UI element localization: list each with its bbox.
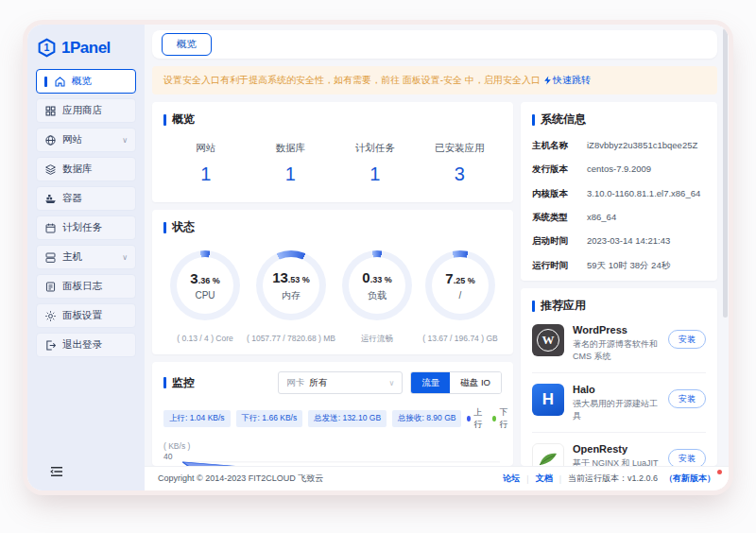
right-column: 系统信息 主机名称 iZ8vbbyz2u3851c1bqee25Z 发行版本 c…	[521, 102, 717, 466]
version-text: 当前运行版本：v1.2.0.6	[568, 473, 658, 485]
sidebar-item-panel-logs[interactable]: 面板日志	[36, 274, 136, 299]
appstore-icon	[44, 105, 57, 117]
dashboard-columns: 概览 网站 1 数据库 1 计划任务	[152, 102, 717, 466]
sidebar-item-label: 应用商店	[62, 104, 102, 117]
gauge-ring: 13.53 % 内存	[256, 250, 326, 320]
new-version-link[interactable]: （有新版本）	[664, 473, 715, 485]
lightning-icon	[543, 76, 552, 85]
chevron-down-icon: ∨	[122, 136, 128, 145]
sidebar-item-label: 计划任务	[62, 221, 102, 234]
legend-dot-up	[467, 416, 471, 421]
traffic-badges: 上行: 1.04 KB/s 下行: 1.66 KB/s 总发送: 132.10 …	[163, 406, 502, 431]
overview-stats: 网站 1 数据库 1 计划任务 1	[163, 142, 502, 193]
chevron-down-icon: ∨	[122, 253, 128, 262]
badge-downstream: 下行: 1.66 KB/s	[236, 410, 303, 427]
wordpress-app-icon: W	[532, 324, 564, 356]
sidebar-item-label: 退出登录	[62, 338, 102, 352]
traffic-chart: 40	[163, 456, 502, 466]
stat-cronjobs[interactable]: 计划任务 1	[333, 142, 418, 185]
toggle-disk-io[interactable]: 磁盘 IO	[450, 372, 501, 393]
brand-logo: 1 1Panel	[27, 32, 145, 69]
sidebar-item-label: 主机	[62, 250, 82, 264]
title-bar-accent	[163, 114, 166, 126]
install-wordpress-button[interactable]: 安装	[668, 330, 706, 349]
sidebar-item-cronjob[interactable]: 计划任务	[36, 215, 136, 240]
sidebar-item-database[interactable]: 数据库	[36, 157, 136, 181]
collapse-menu-icon	[50, 466, 63, 477]
sidebar-item-logout[interactable]: 退出登录	[36, 333, 136, 357]
toggle-traffic[interactable]: 流量	[411, 372, 450, 393]
app-row-openresty: OpenResty 基于 NGINX 和 LuaJIT 的 Web 平台 安装	[532, 433, 706, 466]
traffic-area-chart	[182, 456, 500, 466]
info-row-distro: 发行版本 centos-7.9.2009	[532, 163, 706, 175]
sidebar-item-overview[interactable]: 概览	[36, 69, 136, 94]
sidebar-item-host[interactable]: 主机 ∨	[36, 245, 136, 269]
forum-link[interactable]: 论坛	[503, 473, 520, 485]
security-warning-banner: 设置安全入口有利于提高系统的安全性，如有需要，前往 面板设置-安全 中，启用安全…	[152, 66, 717, 95]
title-bar-accent	[532, 114, 535, 126]
tab-overview[interactable]: 概览	[162, 33, 212, 56]
sidebar: 1 1Panel 概览 应用商店 网站 ∨ 数据库	[27, 25, 145, 490]
badge-total-sent: 总发送: 132.10 GB	[308, 410, 387, 427]
app-info: Halo 强大易用的开源建站工具	[573, 384, 660, 421]
y-axis-tick: 40	[163, 452, 172, 461]
main-content: 概览 设置安全入口有利于提高系统的安全性，如有需要，前往 面板设置-安全 中，启…	[145, 25, 729, 466]
app-window: 1 1Panel 概览 应用商店 网站 ∨ 数据库	[27, 25, 729, 490]
sidebar-item-website[interactable]: 网站 ∨	[36, 128, 136, 152]
legend-upstream[interactable]: 上行	[467, 406, 484, 431]
openresty-leaf-icon	[537, 448, 559, 466]
badge-upstream: 上行: 1.04 KB/s	[163, 410, 231, 427]
hexagon-logo-icon: 1	[37, 38, 57, 58]
gauge-disk-root: 7.25 % / ( 13.67 / 196.74 ) GB	[419, 250, 502, 345]
sidebar-menu: 概览 应用商店 网站 ∨ 数据库 容器 计划任务	[27, 69, 145, 483]
gauge-ring: 3.36 % CPU	[170, 250, 240, 320]
docs-link[interactable]: 文档	[536, 473, 553, 485]
stat-installed-apps[interactable]: 已安装应用 3	[418, 142, 503, 185]
brand-name: 1Panel	[61, 39, 111, 58]
stat-websites[interactable]: 网站 1	[163, 142, 249, 185]
app-row-halo: H Halo 强大易用的开源建站工具 安装	[532, 373, 706, 433]
info-row-arch: 系统类型 x86_64	[532, 212, 706, 223]
info-row-uptime: 运行时间 59天 10时 38分 24秒	[532, 260, 706, 271]
info-row-boot-time: 启动时间 2023-03-14 14:21:43	[532, 235, 706, 247]
globe-icon	[44, 134, 57, 146]
sidebar-item-label: 网站	[62, 133, 82, 146]
system-info-card: 系统信息 主机名称 iZ8vbbyz2u3851c1bqee25Z 发行版本 c…	[521, 102, 717, 281]
install-halo-button[interactable]: 安装	[668, 389, 706, 408]
gauge-memory: 13.53 % 内存 ( 1057.77 / 7820.68 ) MB	[247, 250, 335, 345]
chevron-down-icon: ∨	[388, 379, 394, 387]
stat-databases[interactable]: 数据库 1	[249, 142, 334, 185]
sidebar-item-label: 概览	[72, 75, 92, 88]
sidebar-item-panel-settings[interactable]: 面板设置	[36, 303, 136, 328]
system-info-title: 系统信息	[532, 112, 706, 128]
sidebar-item-container[interactable]: 容器	[36, 186, 136, 211]
left-column: 概览 网站 1 数据库 1 计划任务	[152, 102, 513, 466]
schedule-icon	[44, 222, 57, 234]
log-icon	[44, 281, 57, 293]
info-row-kernel: 内核版本 3.10.0-1160.81.1.el7.x86_64	[532, 188, 706, 199]
gauge-cpu: 3.36 % CPU ( 0.13 / 4 ) Core	[163, 250, 247, 345]
recommended-apps-title: 推荐应用	[532, 298, 706, 314]
overview-card: 概览 网站 1 数据库 1 计划任务	[152, 102, 513, 202]
svg-text:1: 1	[44, 42, 50, 53]
title-bar-accent	[163, 377, 166, 388]
install-openresty-button[interactable]: 安装	[668, 449, 706, 466]
chart-legend: 上行 下行	[467, 406, 509, 431]
monitor-mode-toggle: 流量 磁盘 IO	[410, 371, 502, 394]
vertical-scrollbar[interactable]	[723, 28, 728, 318]
recommended-apps-card: 推荐应用 W WordPress 著名的开源博客软件和 CMS 系统 安装 H	[521, 288, 717, 466]
quick-jump-link[interactable]: 快速跳转	[543, 74, 591, 87]
monitor-card-title: 监控	[163, 375, 195, 391]
title-bar-accent	[532, 301, 535, 312]
network-interface-select[interactable]: 网卡 所有 ∨	[278, 371, 403, 394]
sidebar-item-label: 面板日志	[62, 280, 102, 293]
title-bar-accent	[163, 222, 166, 233]
home-icon	[54, 76, 66, 88]
database-icon	[44, 163, 57, 176]
collapse-sidebar-button[interactable]	[50, 464, 63, 481]
legend-downstream[interactable]: 下行	[492, 406, 509, 431]
info-row-hostname: 主机名称 iZ8vbbyz2u3851c1bqee25Z	[532, 140, 706, 151]
monitor-header: 监控 网卡 所有 ∨ 流量 磁盘 IO	[163, 371, 502, 394]
sidebar-item-appstore[interactable]: 应用商店	[36, 98, 136, 123]
container-icon	[44, 193, 57, 205]
